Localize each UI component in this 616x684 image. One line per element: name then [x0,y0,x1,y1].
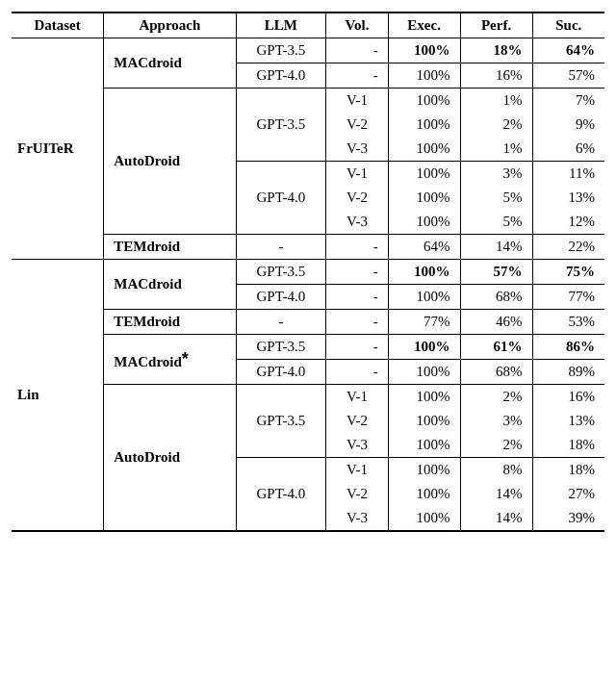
exec-cell: 100% [388,285,460,310]
exec-cell: 100% [388,506,460,531]
approach-temdroid: TEMdroid [104,310,236,335]
exec-cell: 77% [388,310,460,335]
vol-cell: V-1 [326,458,389,483]
suc-cell: 7% [532,89,604,114]
llm-cell: - [236,310,326,335]
exec-cell: 100% [388,162,460,187]
vol-cell: - [326,63,389,89]
exec-cell: 100% [388,137,460,162]
perf-cell: 8% [460,458,532,483]
header-dataset: Dataset [12,13,104,38]
suc-cell: 89% [532,360,604,385]
exec-cell: 100% [388,210,460,235]
perf-cell: 46% [460,310,532,335]
suc-cell: 13% [532,409,604,433]
approach-macdroid: MACdroid [104,260,236,310]
suc-cell: 12% [532,210,604,235]
vol-cell: - [326,335,389,360]
llm-cell: - [236,235,326,260]
exec-cell: 100% [388,458,460,483]
table-row: Lin MACdroid GPT-3.5 - 100% 57% 75% [12,260,604,285]
perf-cell: 18% [460,38,532,63]
table-row: FrUITeR MACdroid GPT-3.5 - 100% 18% 64% [12,38,604,63]
exec-cell: 64% [388,235,460,260]
llm-cell: GPT-4.0 [236,63,326,89]
vol-cell: V-3 [326,137,389,162]
header-approach: Approach [104,13,236,38]
suc-cell: 22% [532,235,604,260]
header-exec: Exec. [388,13,460,38]
llm-cell: GPT-4.0 [236,458,326,532]
vol-cell: - [326,285,389,310]
suc-cell: 18% [532,433,604,458]
approach-autodroid: AutoDroid [104,385,236,532]
perf-cell: 5% [460,210,532,235]
exec-cell: 100% [388,335,460,360]
perf-cell: 68% [460,360,532,385]
exec-cell: 100% [388,260,460,285]
llm-cell: GPT-3.5 [236,38,326,63]
perf-cell: 68% [460,285,532,310]
header-row: Dataset Approach LLM Vol. Exec. Perf. Su… [12,13,604,38]
macdroid-star-base: MACdroid [114,354,182,369]
suc-cell: 13% [532,186,604,210]
suc-cell: 57% [532,63,604,89]
llm-cell: GPT-4.0 [236,162,326,235]
dataset-lin: Lin [12,260,104,532]
suc-cell: 16% [532,385,604,410]
perf-cell: 2% [460,433,532,458]
vol-cell: V-1 [326,162,389,187]
llm-cell: GPT-3.5 [236,260,326,285]
vol-cell: - [326,310,389,335]
exec-cell: 100% [388,409,460,433]
suc-cell: 9% [532,113,604,137]
exec-cell: 100% [388,360,460,385]
llm-cell: GPT-4.0 [236,285,326,310]
suc-cell: 11% [532,162,604,187]
header-llm: LLM [236,13,326,38]
perf-cell: 2% [460,113,532,137]
vol-cell: - [326,38,389,63]
header-perf: Perf. [460,13,532,38]
llm-cell: GPT-3.5 [236,89,326,162]
results-table: Dataset Approach LLM Vol. Exec. Perf. Su… [12,12,604,532]
dataset-fruiter: FrUITeR [12,38,104,260]
suc-cell: 75% [532,260,604,285]
header-vol: Vol. [326,13,389,38]
perf-cell: 14% [460,235,532,260]
exec-cell: 100% [388,113,460,137]
approach-macdroid: MACdroid [104,38,236,89]
vol-cell: V-1 [326,385,389,410]
perf-cell: 14% [460,506,532,531]
suc-cell: 18% [532,458,604,483]
llm-cell: GPT-4.0 [236,360,326,385]
llm-cell: GPT-3.5 [236,335,326,360]
exec-cell: 100% [388,482,460,506]
perf-cell: 1% [460,137,532,162]
llm-cell: GPT-3.5 [236,385,326,458]
vol-cell: - [326,235,389,260]
exec-cell: 100% [388,63,460,89]
perf-cell: 1% [460,89,532,114]
suc-cell: 27% [532,482,604,506]
perf-cell: 3% [460,162,532,187]
exec-cell: 100% [388,38,460,63]
vol-cell: V-2 [326,409,389,433]
perf-cell: 61% [460,335,532,360]
vol-cell: - [326,260,389,285]
vol-cell: V-3 [326,506,389,531]
vol-cell: V-2 [326,482,389,506]
vol-cell: V-2 [326,186,389,210]
perf-cell: 5% [460,186,532,210]
vol-cell: V-1 [326,89,389,114]
vol-cell: V-3 [326,210,389,235]
perf-cell: 3% [460,409,532,433]
suc-cell: 53% [532,310,604,335]
suc-cell: 64% [532,38,604,63]
exec-cell: 100% [388,186,460,210]
star-icon: * [182,349,189,368]
approach-autodroid: AutoDroid [104,89,236,235]
vol-cell: V-2 [326,113,389,137]
suc-cell: 86% [532,335,604,360]
exec-cell: 100% [388,433,460,458]
